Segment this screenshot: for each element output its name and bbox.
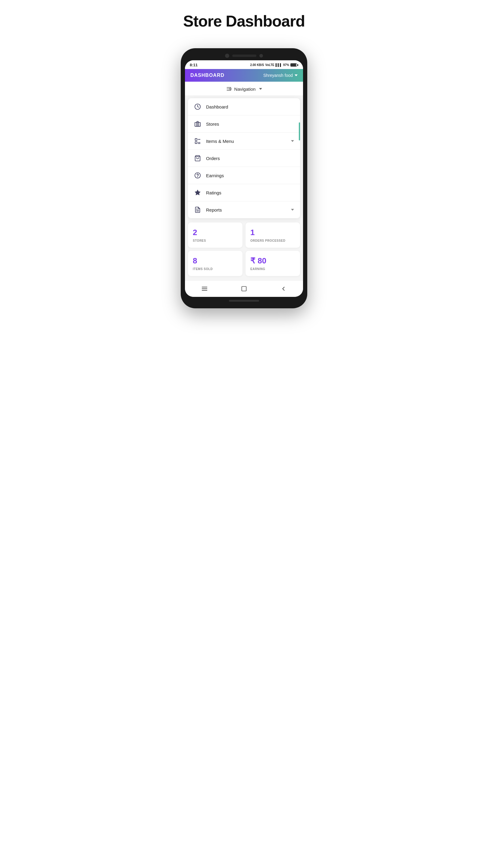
svg-marker-13 [195, 190, 200, 195]
bottom-nav-back[interactable] [278, 284, 290, 293]
menu-item-stores-label: Stores [206, 121, 294, 127]
menu-item-items-menu-label: Items & Menu [206, 138, 286, 144]
phone-shell: 8:11 2.00 KB/S VoLTE ▌▌▌ 97% DASHBOARD S… [181, 48, 307, 308]
stat-value-orders: 1 [250, 228, 295, 237]
menu-item-dashboard-label: Dashboard [206, 104, 294, 110]
battery-percent: 97% [283, 63, 289, 67]
navigation-dropdown: Dashboard Stores [188, 98, 300, 218]
page-title: Store Dashboard [183, 12, 305, 30]
store-name: Shreyansh food [263, 73, 293, 78]
stores-icon [194, 120, 201, 127]
network-type: VoLTE [265, 63, 274, 67]
stat-label-orders: ORDERS PROCESSED [250, 239, 295, 242]
status-time: 8:11 [190, 63, 198, 67]
camera-right [259, 54, 263, 58]
svg-point-3 [230, 88, 231, 90]
menu-item-dashboard[interactable]: Dashboard [188, 98, 300, 116]
signal-bars: ▌▌▌ [275, 63, 282, 67]
stats-section: 2 STORES 1 ORDERS PROCESSED 8 ITEMS SOLD… [185, 218, 303, 280]
speaker [232, 55, 256, 57]
header-title: DASHBOARD [190, 73, 224, 78]
menu-item-orders[interactable]: Orders [188, 150, 300, 167]
svg-rect-6 [195, 138, 197, 141]
navigation-bar[interactable]: Navigation [185, 82, 303, 96]
navigation-label: Navigation [234, 87, 256, 92]
phone-top-bar [185, 54, 303, 58]
phone-screen: 8:11 2.00 KB/S VoLTE ▌▌▌ 97% DASHBOARD S… [185, 60, 303, 297]
menu-container: Dashboard Stores [185, 98, 303, 218]
reports-icon [194, 206, 201, 213]
store-dropdown-icon [295, 74, 298, 76]
menu-item-earnings[interactable]: Earnings [188, 167, 300, 184]
menu-item-items-menu[interactable]: Items & Menu [188, 133, 300, 150]
navigation-chevron [259, 88, 262, 90]
stat-card-orders: 1 ORDERS PROCESSED [246, 222, 300, 248]
stat-value-earning: ₹ 80 [250, 256, 295, 266]
phone-bottom-bar [185, 300, 303, 302]
stat-card-stores: 2 STORES [188, 222, 242, 248]
stat-value-stores: 2 [193, 228, 238, 237]
stat-label-earning: EARNING [250, 267, 295, 271]
teal-accent-bar [299, 122, 300, 141]
items-menu-chevron [291, 140, 294, 142]
navigation-icon [226, 86, 232, 92]
stat-label-items-sold: ITEMS SOLD [193, 267, 238, 271]
reports-chevron [291, 209, 294, 211]
app-header: DASHBOARD Shreyansh food [185, 69, 303, 82]
header-store-selector[interactable]: Shreyansh food [263, 73, 298, 78]
menu-item-ratings-label: Ratings [206, 190, 294, 195]
stat-card-items-sold: 8 ITEMS SOLD [188, 251, 242, 276]
stat-card-earning: ₹ 80 EARNING [246, 251, 300, 276]
menu-item-ratings[interactable]: Ratings [188, 184, 300, 201]
home-indicator [229, 300, 259, 302]
earnings-icon [194, 172, 201, 179]
camera-left [225, 54, 229, 58]
stat-value-items-sold: 8 [193, 256, 238, 266]
menu-item-earnings-label: Earnings [206, 173, 294, 178]
menu-item-reports[interactable]: Reports [188, 201, 300, 218]
svg-rect-19 [241, 287, 246, 291]
svg-rect-7 [195, 142, 197, 144]
items-menu-icon [194, 137, 201, 145]
orders-icon [194, 155, 201, 162]
dashboard-icon [194, 103, 201, 110]
menu-item-reports-label: Reports [206, 207, 286, 213]
battery-icon [290, 63, 298, 67]
network-speed: 2.00 KB/S [250, 63, 264, 67]
status-bar: 8:11 2.00 KB/S VoLTE ▌▌▌ 97% [185, 60, 303, 69]
status-right: 2.00 KB/S VoLTE ▌▌▌ 97% [250, 63, 298, 67]
stat-label-stores: STORES [193, 239, 238, 242]
menu-item-stores[interactable]: Stores [188, 116, 300, 133]
menu-item-orders-label: Orders [206, 156, 294, 161]
bottom-nav [185, 280, 303, 297]
bottom-nav-home[interactable] [238, 284, 250, 293]
bottom-nav-menu[interactable] [198, 284, 210, 293]
ratings-icon [194, 189, 201, 196]
